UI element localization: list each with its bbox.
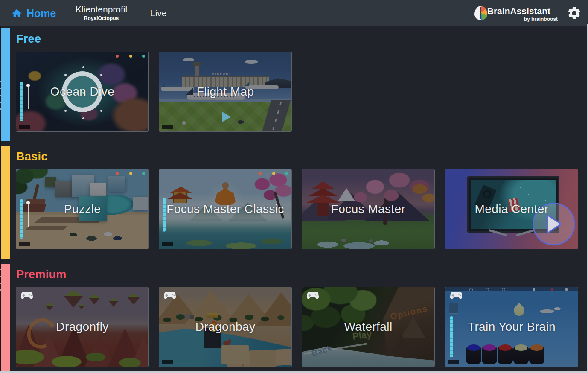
- free-section-header: Free: [16, 32, 41, 46]
- tile-title: Waterfall: [302, 287, 434, 367]
- client-profile-name: RoyalOctopus: [68, 15, 134, 21]
- gear-icon[interactable]: [567, 6, 582, 20]
- tile-title: Dragonbay: [159, 287, 291, 367]
- brand-name: BrainAssistant: [487, 6, 550, 16]
- client-profile-label: Klientenprofil: [68, 4, 134, 15]
- tile-title: Flight Map: [159, 52, 291, 131]
- tile-train-your-brain[interactable]: Train Your Brain: [445, 287, 578, 367]
- premium-section-header: Premium: [16, 268, 67, 281]
- tile-title: Focus Master: [302, 169, 434, 249]
- live-label: Live: [150, 8, 167, 18]
- nav-live[interactable]: Live: [150, 0, 167, 26]
- window-bottom-edge: [0, 371, 588, 373]
- tile-title: Focus Master Classic: [159, 169, 291, 249]
- premium-section-bar: [1, 264, 10, 373]
- top-navbar: Home Klientenprofil RoyalOctopus Live Br…: [0, 0, 588, 26]
- free-section-bar: [1, 28, 10, 141]
- nav-home[interactable]: Home: [11, 0, 56, 26]
- tile-media-center[interactable]: Media Center: [445, 169, 578, 249]
- app-window: Home Klientenprofil RoyalOctopus Live Br…: [0, 0, 588, 373]
- tile-waterfall[interactable]: Back Play Options Waterfall: [302, 287, 435, 367]
- tile-flight-map[interactable]: AIRPORT Flight Map: [159, 52, 292, 132]
- brand-byline: by brainboost: [524, 16, 558, 22]
- home-icon: [11, 8, 23, 19]
- basic-section-bar: [1, 146, 10, 259]
- tile-ocean-dive[interactable]: Ocean Dive: [16, 52, 149, 132]
- tile-title: Media Center: [445, 169, 578, 249]
- brain-logo-icon: [474, 6, 487, 20]
- tile-title: Ocean Dive: [16, 52, 148, 131]
- tile-title: Train Your Brain: [445, 287, 578, 367]
- tile-title: Puzzle: [16, 169, 148, 249]
- tile-focus-master-classic[interactable]: Focus Master Classic: [159, 169, 292, 249]
- tile-title: Dragonfly: [16, 287, 148, 367]
- tile-focus-master[interactable]: Focus Master: [302, 169, 435, 249]
- nav-client-profile[interactable]: Klientenprofil RoyalOctopus: [68, 4, 134, 21]
- tile-dragonfly[interactable]: Dragonfly: [16, 287, 149, 367]
- basic-section-header: Basic: [16, 150, 48, 163]
- tile-dragonbay[interactable]: Dragonbay: [159, 287, 292, 367]
- home-label: Home: [26, 7, 56, 20]
- tile-puzzle[interactable]: Puzzle: [16, 169, 149, 249]
